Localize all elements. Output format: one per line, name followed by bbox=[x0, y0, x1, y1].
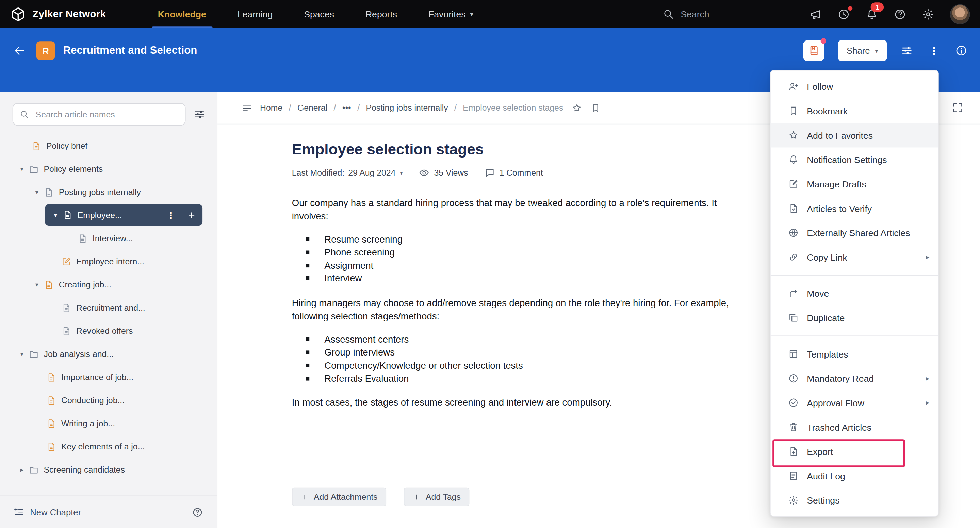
fullscreen-icon bbox=[952, 102, 964, 114]
tree-item[interactable]: Interview... bbox=[0, 227, 217, 250]
breadcrumb-general[interactable]: General bbox=[298, 103, 327, 113]
menu-item-follow[interactable]: Follow bbox=[771, 75, 938, 99]
tree-item[interactable]: Recruitment and... bbox=[0, 296, 217, 320]
caret-down-icon[interactable]: ▾ bbox=[51, 212, 60, 218]
notifications-button[interactable]: 1 bbox=[865, 8, 878, 21]
add-article-button[interactable] bbox=[187, 210, 196, 220]
customize-button[interactable] bbox=[901, 44, 913, 57]
menu-item-mandatory-read[interactable]: Mandatory Read ▸ bbox=[771, 366, 938, 391]
tree-item[interactable]: ▾ Creating job... bbox=[0, 273, 217, 296]
item-more-options-button[interactable]: ⋮ bbox=[164, 210, 178, 220]
menu-item-settings[interactable]: Settings bbox=[771, 488, 938, 512]
help-button[interactable] bbox=[894, 8, 907, 21]
back-button[interactable] bbox=[13, 44, 26, 57]
tab-spaces[interactable]: Spaces bbox=[288, 0, 350, 28]
tree-item[interactable]: ▾ Policy elements bbox=[0, 157, 217, 181]
tab-favorites[interactable]: Favorites▾ bbox=[413, 0, 488, 28]
eye-icon bbox=[419, 167, 430, 178]
doc-icon bbox=[44, 187, 54, 197]
tab-reports[interactable]: Reports bbox=[350, 0, 413, 28]
caret-down-icon: ▾ bbox=[875, 47, 878, 54]
tree-item[interactable]: ▾ Job analysis and... bbox=[0, 343, 217, 366]
menu-item-approval-flow[interactable]: Approval Flow ▸ bbox=[771, 391, 938, 415]
menu-item-trashed-articles[interactable]: Trashed Articles bbox=[771, 415, 938, 439]
menu-item-manage-drafts[interactable]: Manage Drafts bbox=[771, 172, 938, 196]
breadcrumb: Home / General / ••• / Posting jobs inte… bbox=[260, 103, 563, 113]
space-initial-badge: R bbox=[37, 41, 55, 60]
tab-knowledge[interactable]: Knowledge bbox=[142, 0, 222, 28]
comments-counter[interactable]: 1 Comment bbox=[484, 167, 543, 178]
tree-item[interactable]: Revoked offers bbox=[0, 320, 217, 343]
tree-item[interactable]: Writing a job... bbox=[0, 412, 217, 435]
global-search[interactable]: Search bbox=[662, 8, 710, 20]
user-avatar[interactable] bbox=[950, 4, 970, 24]
add-tags-button[interactable]: Add Tags bbox=[404, 488, 469, 506]
menu-item-bookmark[interactable]: Bookmark bbox=[771, 99, 938, 123]
tree-item[interactable]: Importance of job... bbox=[0, 366, 217, 388]
toc-toggle-button[interactable] bbox=[241, 102, 253, 113]
menu-item-templates[interactable]: Templates bbox=[771, 342, 938, 366]
tree-item[interactable]: Conducting job... bbox=[0, 388, 217, 412]
tree-item[interactable]: Employee intern... bbox=[0, 250, 217, 273]
add-attachments-button[interactable]: Add Attachments bbox=[292, 488, 386, 506]
caret-down-icon[interactable]: ▾ bbox=[33, 281, 41, 288]
search-icon bbox=[19, 109, 29, 119]
clock-icon bbox=[837, 8, 850, 21]
link-icon bbox=[788, 252, 799, 262]
tree-item[interactable]: ▸ Screening candidates bbox=[0, 458, 217, 481]
caret-down-icon[interactable]: ▾ bbox=[18, 350, 26, 357]
share-button[interactable]: Share ▾ bbox=[838, 40, 887, 61]
alert-circle-icon bbox=[788, 373, 799, 384]
caret-down-icon[interactable]: ▾ bbox=[400, 170, 402, 176]
tree-item[interactable]: Policy brief bbox=[0, 134, 217, 157]
activity-button[interactable] bbox=[837, 8, 850, 21]
brand-logo-icon bbox=[10, 6, 26, 22]
favorite-article-button[interactable] bbox=[572, 103, 582, 113]
brand[interactable]: Zylker Network bbox=[10, 6, 106, 22]
top-navbar: Zylker Network Knowledge Learning Spaces… bbox=[0, 0, 980, 28]
tree-item[interactable]: ▾ Posting jobs internally bbox=[0, 181, 217, 204]
check-circle-icon bbox=[788, 398, 799, 408]
folder-icon bbox=[29, 164, 38, 174]
back-arrow-icon bbox=[13, 44, 26, 57]
question-icon bbox=[894, 8, 907, 21]
plus-icon bbox=[412, 493, 421, 501]
menu-item-add-to-favorites[interactable]: Add to Favorites bbox=[771, 123, 938, 148]
menu-item-duplicate[interactable]: Duplicate bbox=[771, 305, 938, 330]
menu-item-audit-log[interactable]: Audit Log bbox=[771, 464, 938, 488]
breadcrumb-home[interactable]: Home bbox=[260, 103, 282, 113]
logbook-button[interactable] bbox=[803, 40, 824, 61]
menu-item-notification-settings[interactable]: Notification Settings bbox=[771, 147, 938, 172]
more-options-button[interactable]: ⋮ bbox=[927, 45, 941, 56]
sidebar-footer: New Chapter bbox=[0, 496, 217, 528]
breadcrumb-collapsed[interactable]: ••• bbox=[342, 103, 351, 113]
announcements-button[interactable] bbox=[810, 8, 822, 21]
last-modified-value[interactable]: 29 Aug 2024 bbox=[348, 168, 395, 178]
menu-item-externally-shared-articles[interactable]: Externally Shared Articles bbox=[771, 221, 938, 245]
menu-item-move[interactable]: Move bbox=[771, 281, 938, 306]
menu-item-export[interactable]: Export bbox=[771, 439, 938, 464]
caret-right-icon[interactable]: ▸ bbox=[18, 466, 26, 473]
bookmark-article-button[interactable] bbox=[591, 103, 601, 113]
breadcrumb-posting-jobs[interactable]: Posting jobs internally bbox=[366, 103, 448, 113]
article-search-input[interactable] bbox=[34, 109, 179, 120]
settings-button[interactable] bbox=[922, 8, 934, 21]
caret-down-icon[interactable]: ▾ bbox=[18, 166, 26, 172]
activity-dot bbox=[848, 6, 853, 10]
caret-down-icon[interactable]: ▾ bbox=[33, 189, 41, 196]
tab-learning[interactable]: Learning bbox=[222, 0, 288, 28]
menu-item-copy-link[interactable]: Copy Link ▸ bbox=[771, 245, 938, 269]
caret-down-icon: ▾ bbox=[470, 11, 473, 17]
sidebar-help-button[interactable] bbox=[192, 507, 203, 518]
last-modified-label: Last Modified: bbox=[292, 168, 344, 178]
tree-filter-button[interactable] bbox=[193, 108, 206, 121]
fullscreen-button[interactable] bbox=[952, 102, 964, 114]
template-icon bbox=[788, 349, 799, 359]
tree-item-selected[interactable]: ▾ Employee... ⋮ bbox=[45, 204, 202, 226]
menu-item-articles-to-verify[interactable]: Articles to Verify bbox=[771, 196, 938, 221]
tree-item[interactable]: Key elements of a jo... bbox=[0, 435, 217, 458]
megaphone-icon bbox=[810, 8, 822, 21]
info-button[interactable] bbox=[955, 44, 968, 57]
new-chapter-button[interactable]: New Chapter bbox=[14, 507, 81, 517]
follow-icon bbox=[788, 81, 799, 92]
